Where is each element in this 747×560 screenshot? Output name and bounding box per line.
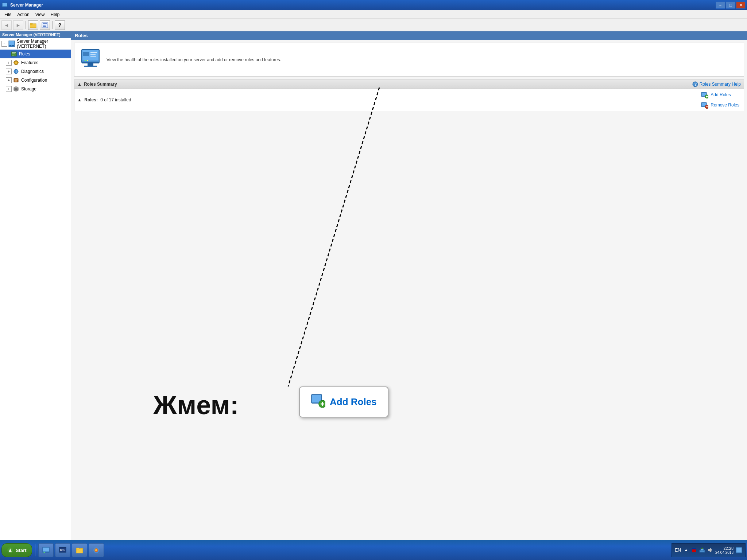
svg-rect-17	[12, 55, 14, 55]
toolbar-separator-2	[52, 21, 53, 29]
content-area: Roles	[71, 31, 747, 560]
forward-button[interactable]: ►	[13, 20, 23, 30]
svg-point-45	[87, 60, 88, 61]
svg-rect-56	[706, 106, 708, 107]
add-roles-link[interactable]: Add Roles	[700, 90, 741, 99]
section-title-container: ▲ Roles Summary	[77, 82, 117, 87]
menu-view[interactable]: View	[32, 11, 48, 18]
svg-rect-43	[84, 66, 97, 67]
svg-rect-40	[90, 56, 96, 57]
storage-icon	[12, 85, 20, 93]
roles-icon	[10, 50, 18, 58]
help-link-text[interactable]: Roles Summary Help	[700, 82, 741, 87]
menu-action[interactable]: Action	[14, 11, 32, 18]
roles-summary-help[interactable]: ? Roles Summary Help	[692, 81, 741, 87]
svg-rect-23	[18, 62, 19, 63]
svg-rect-25	[16, 70, 16, 72]
folder-button[interactable]	[28, 20, 38, 30]
storage-expand-icon[interactable]: +	[6, 86, 12, 92]
svg-rect-42	[88, 63, 93, 66]
menu-help[interactable]: Help	[48, 11, 63, 18]
menu-file[interactable]: File	[1, 11, 14, 18]
remove-roles-icon	[701, 101, 708, 109]
start-label: Start	[16, 548, 27, 553]
sidebar-item-root[interactable]: − Server Manager (VERTERNET)	[0, 38, 71, 50]
sidebar-item-features[interactable]: + Features	[0, 58, 71, 67]
callout-text[interactable]: Add Roles	[330, 396, 377, 408]
svg-rect-85	[322, 402, 323, 406]
banner-description: View the health of the roles installed o…	[107, 57, 281, 62]
svg-rect-11	[9, 41, 14, 45]
callout-add-icon	[311, 393, 325, 411]
roles-summary-header: ▲ Roles Summary ? Roles Summary Help	[74, 80, 744, 89]
add-roles-text[interactable]: Add Roles	[711, 92, 731, 97]
svg-rect-38	[90, 52, 97, 53]
svg-point-44	[85, 60, 86, 61]
taskbar-app-servermanager[interactable]	[38, 543, 54, 557]
expand-icon[interactable]: −	[1, 41, 7, 47]
taskbar-app-explorer[interactable]	[72, 543, 87, 557]
sidebar-item-diagnostics[interactable]: + Diagnostics	[0, 67, 71, 76]
remove-roles-text[interactable]: Remove Roles	[711, 102, 739, 108]
sidebar-storage-label: Storage	[21, 86, 36, 92]
server-icon	[8, 40, 15, 47]
start-button[interactable]: Start	[1, 543, 32, 557]
sidebar-roles-label: Roles	[19, 51, 30, 57]
help-button[interactable]: ?	[55, 20, 65, 30]
svg-rect-82	[312, 395, 321, 402]
sidebar-item-roles[interactable]: Roles	[0, 50, 71, 58]
taskbar-app-powershell[interactable]: PS	[55, 543, 70, 557]
sidebar-item-storage[interactable]: + Storage	[0, 85, 71, 93]
tray-time-value: 22:28	[715, 546, 734, 551]
svg-rect-74	[692, 551, 696, 552]
taskbar-app-firefox[interactable]	[89, 543, 104, 557]
app-icon	[1, 2, 8, 8]
svg-point-34	[17, 89, 18, 89]
instruction-text: Жмем:	[153, 390, 239, 420]
svg-rect-7	[43, 23, 47, 24]
svg-rect-1	[3, 3, 7, 6]
content-header: Roles	[71, 31, 747, 40]
svg-rect-37	[83, 52, 89, 56]
features-icon	[12, 59, 20, 66]
window-controls: − □ ✕	[716, 1, 746, 9]
toolbar: ◄ ► ?	[0, 19, 747, 31]
svg-rect-26	[16, 72, 16, 73]
sidebar-root-label: Server Manager (VERTERNET)	[17, 39, 69, 49]
maximize-button[interactable]: □	[726, 1, 735, 9]
tree-button[interactable]	[40, 20, 50, 30]
features-expand-icon[interactable]: +	[6, 60, 12, 66]
svg-point-32	[14, 87, 18, 88]
close-button[interactable]: ✕	[736, 1, 746, 9]
svg-rect-9	[43, 26, 46, 27]
svg-point-33	[14, 90, 18, 91]
callout-box[interactable]: Add Roles	[299, 386, 388, 417]
svg-rect-3	[4, 7, 6, 7]
svg-rect-54	[702, 103, 706, 106]
sidebar-item-configuration[interactable]: + Configuration	[0, 76, 71, 85]
svg-rect-2	[2, 7, 7, 7]
svg-point-63	[43, 552, 44, 553]
add-roles-icon	[701, 91, 708, 98]
minimize-button[interactable]: −	[716, 1, 725, 9]
remove-roles-link[interactable]: Remove Roles	[700, 101, 741, 109]
svg-rect-30	[15, 81, 17, 82]
collapse-chevron[interactable]: ▲	[77, 82, 82, 87]
diagnostics-icon	[12, 68, 20, 75]
back-button[interactable]: ◄	[1, 20, 12, 30]
tray-show-desktop-icon[interactable]	[736, 547, 742, 553]
roles-collapse-icon[interactable]: ▲	[77, 97, 82, 102]
section-title: Roles Summary	[84, 82, 117, 87]
sidebar-header: Server Manager (VERTERNET)	[0, 31, 71, 38]
diagnostics-expand-icon[interactable]: +	[6, 69, 12, 74]
svg-marker-78	[708, 548, 711, 552]
tray-flag-icon	[691, 547, 697, 553]
svg-rect-13	[12, 45, 14, 46]
svg-rect-62	[43, 548, 49, 551]
configuration-expand-icon[interactable]: +	[6, 77, 12, 83]
svg-rect-8	[43, 25, 46, 26]
svg-point-77	[701, 548, 703, 549]
configuration-icon	[12, 77, 20, 84]
svg-rect-28	[15, 79, 18, 80]
svg-rect-15	[12, 52, 16, 53]
